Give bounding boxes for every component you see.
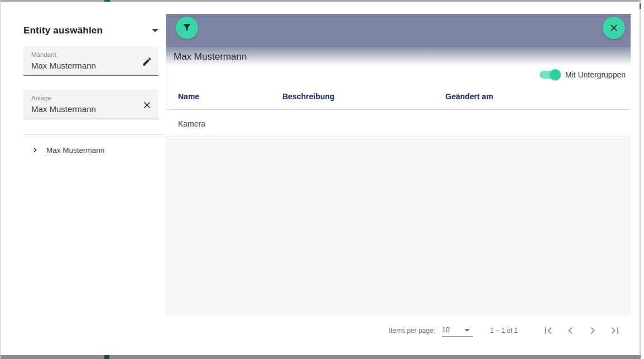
mandant-field-value: Max Mustermann [31, 60, 134, 71]
arrow-drop-down-icon [464, 329, 470, 332]
mandant-edit-button[interactable] [140, 54, 154, 69]
page-range-label: 1 – 1 of 1 [490, 327, 518, 334]
untergruppen-toggle-label: Mit Untergruppen [565, 70, 626, 79]
tree-item-label: Max Mustermann [46, 146, 104, 154]
close-x-icon [608, 22, 619, 33]
next-page-button[interactable] [581, 319, 604, 342]
table-row[interactable]: Kamera [166, 110, 631, 137]
panel-title-band: Max Mustermann [166, 47, 631, 66]
first-page-icon [541, 324, 555, 337]
last-page-button[interactable] [604, 319, 626, 342]
bottom-scrollbar[interactable] [1, 355, 641, 359]
filter-button[interactable] [176, 17, 198, 39]
anlage-field[interactable]: Anlage Max Mustermann [23, 90, 158, 119]
column-header-name: Name [178, 92, 282, 101]
anlage-field-value: Max Mustermann [31, 104, 134, 115]
right-scrollbar-thumb[interactable] [640, 3, 641, 9]
edit-pencil-icon [142, 56, 152, 67]
mandant-field[interactable]: Mandant Max Mustermann [23, 46, 158, 76]
anlage-field-label: Anlage [31, 94, 134, 102]
mandant-field-label: Mandant [31, 51, 134, 59]
panel-title: Max Mustermann [174, 51, 247, 62]
sidebar: Entity auswählen Mandant Max Mustermann … [1, 2, 166, 355]
table-header-row: Name Beschreibung Geändert am [166, 83, 631, 110]
sidebar-title: Entity auswählen [23, 25, 103, 36]
toggle-knob[interactable] [550, 69, 561, 80]
entity-picker-window: Entity auswählen Mandant Max Mustermann … [0, 0, 644, 359]
last-page-icon [608, 324, 622, 337]
table-empty-area [166, 138, 631, 315]
sidebar-header: Entity auswählen [23, 24, 158, 37]
anlage-clear-button[interactable] [140, 98, 154, 112]
page-size-select[interactable]: 10 [442, 324, 473, 337]
previous-page-button[interactable] [559, 319, 581, 342]
column-header-geaendert-am: Geändert am [445, 92, 631, 101]
toggle-row: Mit Untergruppen [166, 66, 631, 83]
sidebar-divider [23, 134, 166, 135]
cell-name: Kamera [178, 119, 282, 128]
chevron-right-icon[interactable] [31, 145, 40, 154]
first-page-button[interactable] [537, 319, 559, 342]
bottom-scrollbar-thumb[interactable] [104, 355, 109, 359]
chevron-right-icon [586, 324, 599, 337]
items-per-page-label: Items per page: [389, 327, 435, 334]
paginator: Items per page: 10 1 – 1 of 1 [166, 315, 631, 346]
untergruppen-toggle[interactable] [540, 71, 560, 79]
right-scrollbar[interactable] [640, 0, 641, 355]
results-panel: Max Mustermann Mit Untergruppen Name Bes… [166, 2, 631, 355]
clear-x-icon [142, 100, 152, 110]
close-button[interactable] [603, 17, 625, 39]
page-size-value: 10 [442, 326, 449, 334]
filter-funnel-icon [181, 22, 193, 33]
tree-item-max-mustermann[interactable]: Max Mustermann [23, 142, 158, 158]
chevron-left-icon [564, 324, 577, 337]
collapse-caret-icon[interactable] [152, 29, 158, 32]
column-header-beschreibung: Beschreibung [282, 92, 445, 101]
panel-header-bar [166, 14, 631, 47]
